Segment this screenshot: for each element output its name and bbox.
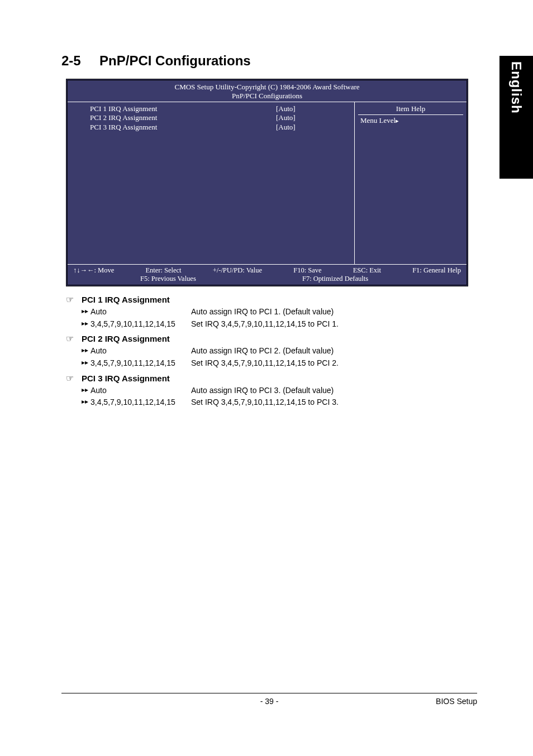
option-name: 3,4,5,7,9,10,11,12,14,15: [91, 357, 175, 370]
option-name: Auto: [91, 385, 107, 397]
hand-icon: ☞: [66, 333, 82, 344]
bios-footer: ↑↓→←: Move Enter: Select +/-/PU/PD: Valu…: [68, 264, 467, 285]
desc-heading: ☞ PCI 1 IRQ Assignment: [66, 294, 477, 305]
desc-title: PCI 1 IRQ Assignment: [82, 295, 170, 304]
bios-settings-panel: PCI 1 IRQ Assignment [Auto] PCI 2 IRQ As…: [68, 102, 355, 264]
bios-row: PCI 3 IRQ Assignment [Auto]: [68, 123, 354, 132]
bios-title: CMOS Setup Utility-Copyright (C) 1984-20…: [68, 80, 467, 102]
bullet-icon: ▸▸: [82, 385, 91, 397]
option-name: Auto: [91, 345, 107, 357]
arrow-icon: ▸: [396, 117, 399, 124]
hint-help: F1: General Help: [412, 266, 461, 275]
setting-value: [Auto]: [276, 123, 349, 132]
bios-title-line2: PnP/PCI Configurations: [68, 92, 467, 102]
bullet-icon: ▸▸: [82, 357, 91, 370]
footer-section: BIOS Setup: [436, 697, 477, 706]
menu-level: Menu Level▸: [358, 115, 463, 125]
hint-value: +/-/PU/PD: Value: [213, 266, 262, 275]
desc-row: ▸▸3,4,5,7,9,10,11,12,14,15 Set IRQ 3,4,5…: [66, 357, 477, 370]
hint-exit: ESC: Exit: [353, 266, 381, 275]
section-title: 2-5 PnP/PCI Configurations: [61, 53, 477, 69]
section-number: 2-5: [61, 53, 81, 68]
descriptions: ☞ PCI 1 IRQ Assignment ▸▸Auto Auto assig…: [66, 294, 477, 409]
desc-row: ▸▸Auto Auto assign IRQ to PCI 3. (Defaul…: [66, 385, 477, 397]
option-desc: Set IRQ 3,4,5,7,9,10,11,12,14,15 to PCI …: [191, 318, 339, 331]
setting-label: PCI 1 IRQ Assignment: [90, 104, 276, 113]
desc-row: ▸▸3,4,5,7,9,10,11,12,14,15 Set IRQ 3,4,5…: [66, 318, 477, 331]
bullet-icon: ▸▸: [82, 345, 91, 357]
item-help-title: Item Help: [358, 104, 463, 115]
language-tab: English: [499, 56, 533, 179]
hand-icon: ☞: [66, 373, 82, 384]
bullet-icon: ▸▸: [82, 306, 91, 318]
bullet-icon: ▸▸: [82, 396, 91, 409]
bios-screen: CMOS Setup Utility-Copyright (C) 1984-20…: [66, 79, 468, 286]
bios-row: PCI 1 IRQ Assignment [Auto]: [68, 104, 354, 113]
desc-row: ▸▸Auto Auto assign IRQ to PCI 2. (Defaul…: [66, 345, 477, 357]
bios-title-line1: CMOS Setup Utility-Copyright (C) 1984-20…: [68, 83, 467, 92]
page-footer: - 39 - BIOS Setup: [61, 693, 477, 706]
option-name: 3,4,5,7,9,10,11,12,14,15: [91, 318, 175, 331]
desc-heading: ☞ PCI 3 IRQ Assignment: [66, 373, 477, 384]
page-number: - 39 -: [260, 697, 279, 706]
desc-heading: ☞ PCI 2 IRQ Assignment: [66, 333, 477, 344]
setting-value: [Auto]: [276, 113, 349, 122]
option-desc: Set IRQ 3,4,5,7,9,10,11,12,14,15 to PCI …: [191, 396, 339, 409]
setting-value: [Auto]: [276, 104, 349, 113]
hint-enter: Enter: Select: [145, 266, 181, 275]
menu-level-text: Menu Level: [360, 116, 396, 125]
bios-row: PCI 2 IRQ Assignment [Auto]: [68, 113, 354, 122]
hint-defaults: F7: Optimized Defaults: [302, 275, 368, 283]
desc-title: PCI 2 IRQ Assignment: [82, 334, 170, 343]
option-desc: Set IRQ 3,4,5,7,9,10,11,12,14,15 to PCI …: [191, 357, 339, 370]
hint-move: ↑↓→←: Move: [73, 266, 114, 275]
hint-save: F10: Save: [293, 266, 321, 275]
section-heading: PnP/PCI Configurations: [99, 53, 251, 68]
option-desc: Auto assign IRQ to PCI 2. (Default value…: [191, 345, 334, 357]
bullet-icon: ▸▸: [82, 318, 91, 331]
desc-row: ▸▸3,4,5,7,9,10,11,12,14,15 Set IRQ 3,4,5…: [66, 396, 477, 409]
setting-label: PCI 2 IRQ Assignment: [90, 113, 276, 122]
option-desc: Auto assign IRQ to PCI 1. (Default value…: [191, 306, 334, 318]
option-name: 3,4,5,7,9,10,11,12,14,15: [91, 396, 175, 409]
desc-title: PCI 3 IRQ Assignment: [82, 374, 170, 383]
hand-icon: ☞: [66, 294, 82, 305]
option-desc: Auto assign IRQ to PCI 3. (Default value…: [191, 385, 334, 397]
hint-previous: F5: Previous Values: [140, 275, 302, 283]
option-name: Auto: [91, 306, 107, 318]
setting-label: PCI 3 IRQ Assignment: [90, 123, 276, 132]
bios-help-panel: Item Help Menu Level▸: [355, 102, 467, 264]
desc-row: ▸▸Auto Auto assign IRQ to PCI 1. (Defaul…: [66, 306, 477, 318]
